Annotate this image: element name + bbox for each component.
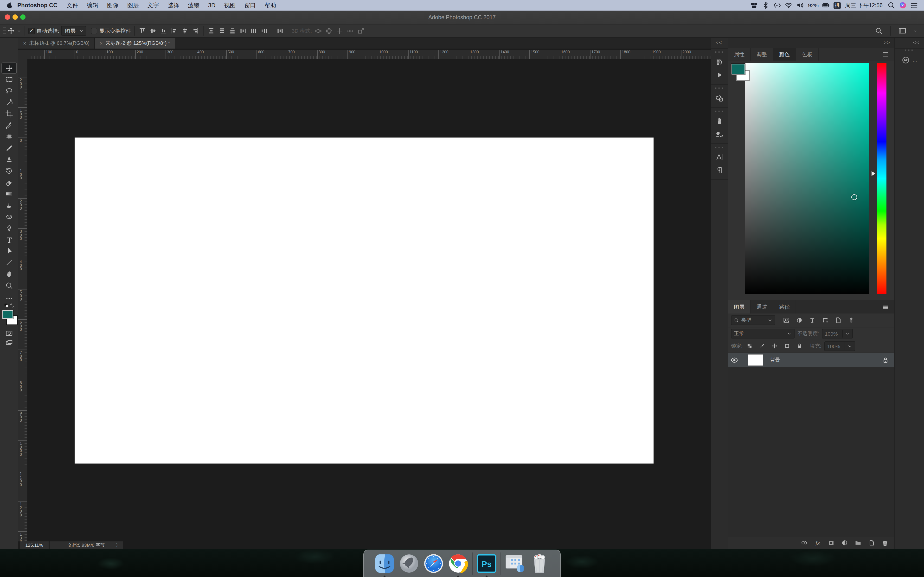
eraser-tool[interactable] bbox=[2, 177, 17, 188]
history-brush-tool[interactable] bbox=[2, 165, 17, 176]
align-left-button[interactable] bbox=[170, 26, 179, 35]
lasso-tool[interactable] bbox=[2, 85, 17, 97]
healing-brush-tool[interactable] bbox=[2, 131, 17, 142]
magic-wand-tool[interactable] bbox=[2, 97, 17, 108]
adjustment-filter-button[interactable] bbox=[795, 316, 804, 324]
marquee-tool[interactable] bbox=[2, 74, 17, 85]
move-tool[interactable] bbox=[2, 63, 17, 74]
dist-left-button[interactable] bbox=[239, 26, 247, 35]
group-button[interactable] bbox=[854, 538, 863, 547]
layer-filter-dropdown[interactable]: 类型 bbox=[731, 316, 775, 325]
dock-item-chrome[interactable] bbox=[447, 553, 469, 574]
pen-tool[interactable] bbox=[2, 222, 17, 234]
layers-list-empty-area[interactable] bbox=[728, 367, 894, 537]
window-title-bar[interactable]: Adobe Photoshop CC 2017 bbox=[0, 11, 924, 24]
workspace-chevron-button[interactable] bbox=[911, 26, 919, 35]
artboard-filter-button[interactable] bbox=[821, 316, 830, 324]
menu-item-选择[interactable]: 选择 bbox=[163, 0, 184, 11]
app-menu-title[interactable]: Photoshop CC bbox=[13, 2, 62, 9]
auto-select-checkbox[interactable]: ✓ bbox=[28, 27, 35, 34]
layer-thumbnail[interactable] bbox=[748, 355, 763, 366]
crop-tool[interactable] bbox=[2, 108, 17, 119]
layers-tab-图层[interactable]: 图层 bbox=[728, 300, 751, 314]
close-tab-icon[interactable]: × bbox=[100, 40, 103, 46]
opacity-field[interactable]: 100% bbox=[822, 329, 853, 338]
dock-item-trash[interactable] bbox=[529, 553, 550, 574]
color-panel-menu-button[interactable] bbox=[882, 48, 894, 61]
lock-move-button[interactable] bbox=[771, 342, 779, 350]
spotlight-icon[interactable] bbox=[887, 1, 895, 10]
default-swatches-button[interactable] bbox=[2, 301, 17, 309]
layer-row-background[interactable]: 背景 bbox=[728, 353, 894, 367]
expand-panels-icon[interactable]: << bbox=[716, 40, 722, 45]
gradient-tool[interactable] bbox=[2, 189, 17, 200]
align-hcenter-button[interactable] bbox=[181, 26, 189, 35]
menu-item-窗口[interactable]: 窗口 bbox=[240, 0, 260, 11]
lock-lock-button[interactable] bbox=[795, 342, 804, 350]
close-tab-icon[interactable]: × bbox=[23, 40, 26, 46]
shape-tool[interactable] bbox=[2, 257, 17, 268]
section-grip[interactable] bbox=[715, 52, 724, 53]
menu-item-文件[interactable]: 文件 bbox=[62, 0, 82, 11]
delete-button[interactable] bbox=[881, 538, 889, 547]
brushes-panel-button[interactable] bbox=[711, 114, 728, 127]
menu-item-文字[interactable]: 文字 bbox=[143, 0, 163, 11]
screen-mode-button[interactable] bbox=[2, 337, 17, 348]
distribute-spacing-button[interactable] bbox=[276, 26, 284, 35]
layers-tab-通道[interactable]: 通道 bbox=[751, 300, 773, 314]
paragraph-panel-button[interactable] bbox=[711, 163, 728, 176]
toolbar-foreground-swatch[interactable] bbox=[2, 310, 13, 319]
effects-button[interactable]: fx bbox=[813, 538, 822, 547]
menu-item-图层[interactable]: 图层 bbox=[123, 0, 143, 11]
lock-artboard-button[interactable] bbox=[783, 342, 792, 350]
horizontal-ruler[interactable]: 1000100200300400500600700800900100011001… bbox=[27, 50, 711, 59]
apple-menu-icon[interactable] bbox=[6, 2, 13, 9]
dodge-tool[interactable] bbox=[2, 211, 17, 222]
panel-tab-色板[interactable]: 色板 bbox=[796, 48, 819, 61]
options-bar-grip[interactable] bbox=[3, 26, 6, 35]
layer-visibility-toggle[interactable] bbox=[728, 353, 741, 367]
lock-brush-button[interactable] bbox=[758, 342, 767, 350]
link-button[interactable] bbox=[800, 538, 809, 547]
history-panel-button[interactable] bbox=[711, 55, 728, 68]
dock-item-finder[interactable] bbox=[374, 553, 395, 574]
align-vcenter-button[interactable] bbox=[149, 26, 157, 35]
saturation-brightness-field[interactable] bbox=[745, 63, 869, 294]
clone-stamp-tool[interactable] bbox=[2, 154, 17, 165]
new-layer-button[interactable] bbox=[867, 538, 876, 547]
menu-item-3D[interactable]: 3D bbox=[204, 0, 220, 11]
document-info[interactable]: 文档:5.93M/0 字节 〉 bbox=[50, 542, 123, 549]
zoom-tool[interactable] bbox=[2, 280, 17, 291]
notification-center-icon[interactable] bbox=[910, 1, 918, 10]
collapse-panels-icon[interactable]: >> bbox=[884, 40, 890, 45]
show-transform-checkbox[interactable]: ✓ bbox=[91, 27, 97, 34]
dist-right-button[interactable] bbox=[260, 26, 268, 35]
color-selection-marker[interactable] bbox=[851, 194, 857, 200]
window-manager-icon[interactable] bbox=[750, 1, 758, 10]
dock-item-safari[interactable] bbox=[423, 553, 444, 574]
current-tool-button[interactable] bbox=[7, 27, 21, 35]
type-filter-button[interactable] bbox=[808, 316, 817, 324]
cc-ellipsis[interactable]: ... bbox=[913, 57, 917, 63]
adjustment-button-button[interactable] bbox=[840, 538, 849, 547]
menu-item-滤镜[interactable]: 滤镜 bbox=[184, 0, 204, 11]
panel-tab-调整[interactable]: 调整 bbox=[751, 48, 773, 61]
section-grip[interactable] bbox=[715, 87, 724, 89]
pan-3d-button[interactable] bbox=[335, 26, 344, 35]
bluetooth-icon[interactable] bbox=[762, 1, 770, 10]
input-method-badge[interactable]: 拼 bbox=[834, 2, 841, 9]
brush-tool[interactable] bbox=[2, 143, 17, 154]
hue-slider[interactable] bbox=[877, 63, 887, 294]
panel-tab-属性[interactable]: 属性 bbox=[728, 48, 751, 61]
menu-item-帮助[interactable]: 帮助 bbox=[260, 0, 280, 11]
menu-bar-clock[interactable]: 周三 下午12:56 bbox=[844, 2, 884, 9]
zoom-level-field[interactable]: 125.11% bbox=[20, 542, 48, 549]
dock-item-launchpad[interactable] bbox=[399, 553, 420, 574]
eyedropper-tool[interactable] bbox=[2, 120, 17, 131]
orbit-3d-button[interactable] bbox=[314, 26, 323, 35]
section-grip[interactable] bbox=[715, 147, 724, 148]
align-top-button[interactable] bbox=[138, 26, 147, 35]
dock-item-photoshop[interactable]: Ps bbox=[476, 553, 497, 574]
path-select-tool[interactable] bbox=[2, 246, 17, 257]
smart-object-filter-button[interactable] bbox=[834, 316, 843, 324]
